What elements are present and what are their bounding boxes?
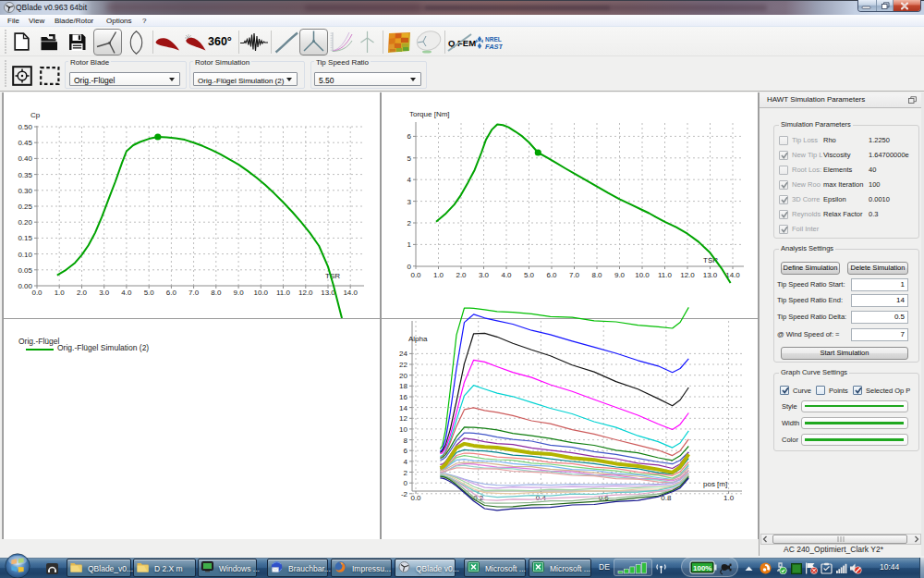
svg-text:TSR: TSR: [325, 272, 340, 280]
svg-text:4: 4: [404, 458, 408, 466]
svg-text:2.0: 2.0: [456, 271, 467, 279]
svg-text:0.20: 0.20: [18, 218, 32, 227]
svg-text:12.0: 12.0: [680, 271, 695, 279]
svg-text:9.0: 9.0: [614, 271, 626, 279]
svg-text:9.0: 9.0: [234, 289, 245, 297]
svg-text:4: 4: [407, 176, 412, 184]
svg-text:10.0: 10.0: [254, 289, 269, 297]
svg-text:6.0: 6.0: [546, 271, 557, 279]
svg-text:0.40: 0.40: [18, 154, 32, 163]
svg-text:0.0: 0.0: [410, 271, 421, 279]
svg-text:8.0: 8.0: [591, 271, 602, 279]
svg-text:1.0: 1.0: [55, 289, 66, 297]
svg-text:Alpha: Alpha: [408, 335, 428, 343]
svg-text:13.0: 13.0: [321, 289, 335, 297]
svg-text:0.25: 0.25: [18, 203, 32, 211]
svg-text:13.0: 13.0: [703, 271, 718, 279]
svg-text:8.0: 8.0: [211, 289, 222, 297]
svg-text:100%: 100%: [693, 564, 711, 572]
svg-text:14.0: 14.0: [343, 289, 358, 297]
svg-text:0.05: 0.05: [18, 266, 32, 275]
svg-text:8: 8: [404, 437, 408, 445]
svg-text:pos [m]: pos [m]: [703, 480, 727, 488]
svg-text:1.0: 1.0: [433, 271, 444, 279]
svg-text:1: 1: [407, 240, 412, 249]
svg-text:24: 24: [399, 350, 407, 358]
svg-text:6.0: 6.0: [166, 289, 177, 297]
svg-text:5.0: 5.0: [144, 289, 155, 297]
svg-text:0.50: 0.50: [18, 123, 32, 131]
svg-text:0.15: 0.15: [18, 234, 32, 242]
svg-text:0.0: 0.0: [410, 494, 421, 502]
svg-text:5: 5: [407, 154, 412, 163]
svg-text:0.45: 0.45: [18, 139, 32, 147]
svg-text:7.0: 7.0: [569, 271, 580, 279]
svg-text:6: 6: [404, 447, 408, 455]
svg-text:0: 0: [407, 263, 412, 271]
svg-text:10: 10: [399, 425, 407, 434]
svg-text:20: 20: [399, 372, 407, 380]
svg-text:2.0: 2.0: [77, 289, 88, 297]
svg-text:0.10: 0.10: [18, 251, 32, 259]
svg-text:3.0: 3.0: [479, 271, 490, 279]
svg-text:2: 2: [407, 219, 412, 228]
svg-text:5.0: 5.0: [524, 271, 535, 279]
svg-text:2: 2: [404, 469, 408, 477]
svg-text:12.0: 12.0: [298, 289, 313, 297]
svg-text:-2: -2: [401, 490, 408, 498]
svg-text:11.0: 11.0: [276, 289, 291, 297]
svg-text:12: 12: [399, 414, 407, 423]
svg-text:18: 18: [399, 382, 407, 390]
svg-text:Cp: Cp: [30, 111, 41, 119]
svg-text:3.0: 3.0: [99, 289, 110, 297]
svg-text:4.0: 4.0: [501, 271, 512, 279]
svg-text:0.00: 0.00: [18, 282, 32, 290]
svg-text:3: 3: [407, 198, 412, 206]
svg-text:7.0: 7.0: [188, 289, 200, 297]
svg-text:22: 22: [399, 361, 407, 369]
svg-text:4.0: 4.0: [121, 289, 132, 297]
svg-text:11.0: 11.0: [658, 271, 673, 279]
svg-text:Torque [Nm]: Torque [Nm]: [409, 110, 450, 118]
svg-text:1.0: 1.0: [723, 494, 735, 502]
svg-text:6: 6: [407, 132, 412, 141]
svg-text:0: 0: [404, 479, 408, 487]
svg-text:16: 16: [399, 393, 407, 401]
svg-text:10.0: 10.0: [635, 271, 650, 279]
svg-text:0.30: 0.30: [18, 187, 32, 195]
svg-text:FAST: FAST: [485, 43, 503, 51]
svg-text:0.0: 0.0: [31, 289, 43, 297]
svg-text:0.35: 0.35: [18, 171, 32, 179]
svg-text:14: 14: [399, 404, 407, 412]
